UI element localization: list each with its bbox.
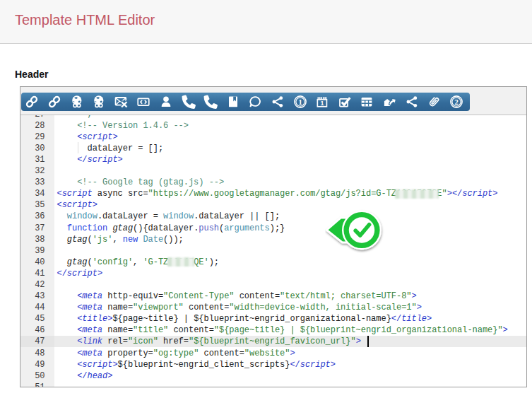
svg-text:1: 1	[298, 98, 302, 106]
svg-text:1: 1	[321, 100, 324, 107]
svg-text:2: 2	[454, 98, 459, 106]
